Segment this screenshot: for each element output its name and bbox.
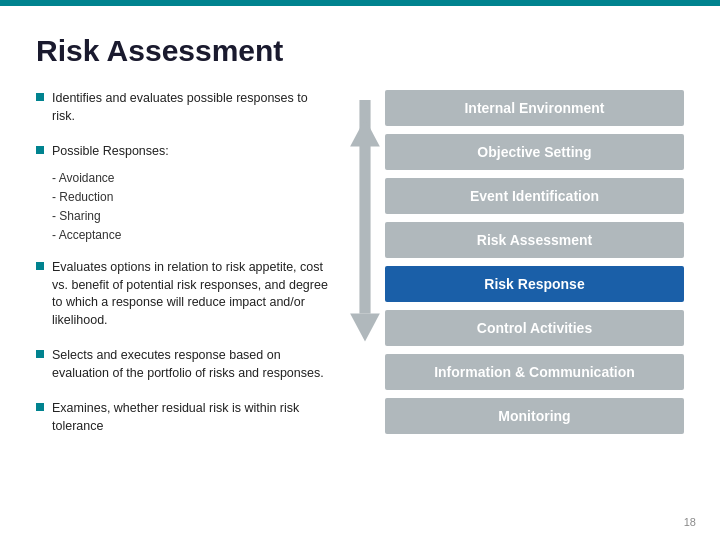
framework-event-identification: Event Identification	[385, 178, 684, 214]
framework-arrow	[349, 100, 381, 360]
bullet-2-section: Possible Responses: Avoidance Reduction …	[36, 143, 331, 245]
bullet-square-3	[36, 262, 44, 270]
bullet-square-2	[36, 146, 44, 154]
framework-control-activities: Control Activities	[385, 310, 684, 346]
page-number: 18	[684, 516, 696, 528]
bullet-3: Evaluates options in relation to risk ap…	[36, 259, 331, 329]
frameworks-wrapper: Internal Environment Objective Setting E…	[385, 90, 684, 438]
bullet-square-5	[36, 403, 44, 411]
bullet-4-text: Selects and executes response based on e…	[52, 347, 331, 382]
framework-objective-setting: Objective Setting	[385, 134, 684, 170]
svg-marker-1	[350, 314, 380, 342]
sub-item-avoidance: Avoidance	[52, 169, 331, 188]
bullet-2: Possible Responses:	[36, 143, 331, 161]
sub-item-reduction: Reduction	[52, 188, 331, 207]
bullet-4: Selects and executes response based on e…	[36, 347, 331, 382]
bullet-1: Identifies and evaluates possible respon…	[36, 90, 331, 125]
bullet-3-text: Evaluates options in relation to risk ap…	[52, 259, 331, 329]
right-column: Internal Environment Objective Setting E…	[355, 90, 684, 520]
left-column: Identifies and evaluates possible respon…	[36, 90, 331, 520]
sub-item-sharing: Sharing	[52, 207, 331, 226]
framework-internal-environment: Internal Environment	[385, 90, 684, 126]
sub-list: Avoidance Reduction Sharing Acceptance	[52, 169, 331, 246]
framework-risk-response: Risk Response	[385, 266, 684, 302]
content-area: Identifies and evaluates possible respon…	[36, 90, 684, 520]
svg-marker-2	[350, 119, 380, 147]
bullet-2-text: Possible Responses:	[52, 143, 169, 161]
sub-item-acceptance: Acceptance	[52, 226, 331, 245]
framework-risk-assessment: Risk Assessment	[385, 222, 684, 258]
framework-information-communication: Information & Communication	[385, 354, 684, 390]
bullet-1-text: Identifies and evaluates possible respon…	[52, 90, 331, 125]
bullet-5: Examines, whether residual risk is withi…	[36, 400, 331, 435]
bullet-square-4	[36, 350, 44, 358]
bullet-square-1	[36, 93, 44, 101]
page-title: Risk Assessment	[36, 34, 684, 68]
framework-monitoring: Monitoring	[385, 398, 684, 434]
bullet-5-text: Examines, whether residual risk is withi…	[52, 400, 331, 435]
